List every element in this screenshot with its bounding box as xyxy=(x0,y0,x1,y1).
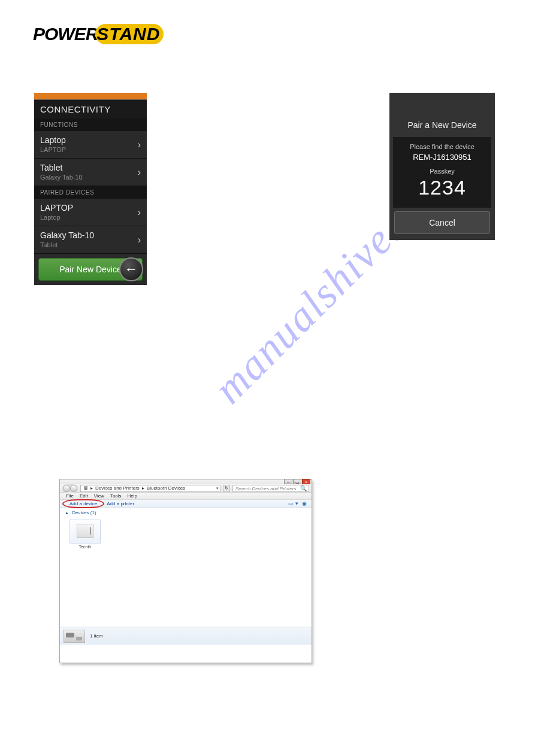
arrow-left-icon: ← xyxy=(125,262,138,277)
paired-sub: Tablet xyxy=(40,241,141,248)
chevron-right-icon: › xyxy=(138,167,141,178)
cancel-button[interactable]: Cancel xyxy=(394,211,490,234)
paired-name: Galaxy Tab-10 xyxy=(40,230,141,240)
status-thumbnail-icon xyxy=(64,630,85,643)
breadcrumb-sep: ▸ xyxy=(142,485,144,491)
menu-help[interactable]: Help xyxy=(128,493,137,499)
status-bar: 1 item xyxy=(60,627,312,645)
menu-view[interactable]: View xyxy=(94,493,104,499)
computer-icon xyxy=(77,524,93,538)
devices-section-header[interactable]: ▲ Devices (1) xyxy=(60,508,312,517)
menu-edit[interactable]: Edit xyxy=(80,493,88,499)
powerstand-logo: POWER STAND xyxy=(33,24,164,44)
mobile-connectivity-screen: CONNECTIVITY FUNCTIONS Laptop LAPTOP › T… xyxy=(34,93,147,285)
menu-tools[interactable]: Tools xyxy=(110,493,122,499)
chevron-right-icon: › xyxy=(138,235,141,245)
paired-name: LAPTOP xyxy=(40,203,141,212)
search-input[interactable]: Search Devices and Printers 🔍 xyxy=(232,485,309,492)
logo-stand-wrap: STAND xyxy=(95,24,164,44)
breadcrumb-part-2: Bluetooth Devices xyxy=(147,485,185,491)
section-label: Devices xyxy=(72,510,89,515)
breadcrumb[interactable]: 🖥 ▸ Devices and Printers ▸ Bluetooth Dev… xyxy=(80,485,220,492)
view-options-button[interactable]: ▭ ▾ xyxy=(288,500,298,506)
nav-forward-icon xyxy=(70,485,77,492)
paired-item-tablet[interactable]: Galaxy Tab-10 Tablet › xyxy=(34,226,147,254)
menu-file[interactable]: File xyxy=(66,493,74,499)
status-bar xyxy=(34,93,147,100)
menu-bar: File Edit View Tools Help xyxy=(60,493,312,500)
content-area: ▲ Devices (1) Tecnitr 1 item xyxy=(60,508,312,645)
minimize-button[interactable]: – xyxy=(284,479,292,484)
help-icon: ◉ xyxy=(302,500,307,506)
collapse-icon: ▲ xyxy=(65,511,69,515)
nav-back-forward[interactable] xyxy=(62,484,78,493)
find-device-label: Please find the device xyxy=(397,143,488,150)
logo-power-text: POWER xyxy=(33,24,98,44)
screen-title: CONNECTIVITY xyxy=(34,100,147,119)
function-name: Tablet xyxy=(40,163,141,172)
add-printer-button[interactable]: Add a printer xyxy=(107,501,134,506)
nav-back-icon xyxy=(63,485,70,492)
pair-dialog-title: Pair a New Device xyxy=(389,118,495,135)
mobile-pair-dialog: Pair a New Device Please find the device… xyxy=(389,93,495,240)
add-device-button[interactable]: Add a device xyxy=(66,501,101,506)
device-icon: 🖥 xyxy=(83,485,88,491)
paired-header: PAIRED DEVICES xyxy=(34,186,147,199)
breadcrumb-part-1: Devices and Printers xyxy=(95,485,140,491)
passkey-value: 1234 xyxy=(397,176,488,199)
refresh-icon: ↻ xyxy=(225,485,229,491)
function-sub: LAPTOP xyxy=(40,146,141,153)
refresh-button[interactable]: ↻ xyxy=(223,485,230,492)
pair-button-row: Pair New Device ← xyxy=(34,254,147,285)
back-button[interactable]: ← xyxy=(119,257,143,281)
function-sub: Galaxy Tab-10 xyxy=(40,174,141,181)
device-tile[interactable]: Tecnitr xyxy=(68,520,102,549)
function-item-laptop[interactable]: Laptop LAPTOP › xyxy=(34,131,147,159)
dialog-top-space xyxy=(389,93,495,118)
address-bar-row: 🖥 ▸ Devices and Printers ▸ Bluetooth Dev… xyxy=(60,484,312,493)
device-id: REM-J16130951 xyxy=(397,153,488,162)
paired-item-laptop[interactable]: LAPTOP Laptop › xyxy=(34,199,147,226)
passkey-label: Passkey xyxy=(397,168,488,175)
function-item-tablet[interactable]: Tablet Galaxy Tab-10 › xyxy=(34,159,147,186)
help-button[interactable]: ◉ xyxy=(302,500,307,506)
chevron-right-icon: › xyxy=(138,207,141,218)
toolbar: Add a device Add a printer ▭ ▾ ◉ xyxy=(60,500,312,508)
device-name: Tecnitr xyxy=(68,545,102,549)
function-name: Laptop xyxy=(40,135,141,145)
status-item-count: 1 item xyxy=(90,633,103,639)
maximize-button[interactable]: ▭ xyxy=(293,479,301,484)
functions-header: FUNCTIONS xyxy=(34,119,147,131)
breadcrumb-sep: ▸ xyxy=(90,485,93,491)
search-placeholder: Search Devices and Printers xyxy=(235,486,296,491)
paired-sub: Laptop xyxy=(40,214,141,221)
pair-info-box: Please find the device REM-J16130951 Pas… xyxy=(393,137,491,208)
chevron-down-icon: ▾ xyxy=(216,486,219,491)
device-icon-box xyxy=(69,520,101,544)
section-count: (1) xyxy=(90,510,96,515)
window-titlebar: – ▭ × xyxy=(60,479,312,484)
logo-stand-text: STAND xyxy=(96,24,160,44)
close-button[interactable]: × xyxy=(302,479,310,484)
search-icon: 🔍 xyxy=(300,485,307,492)
chevron-right-icon: › xyxy=(138,139,141,150)
windows-bluetooth-devices-window: – ▭ × 🖥 ▸ Devices and Printers ▸ Bluetoo… xyxy=(59,479,312,663)
